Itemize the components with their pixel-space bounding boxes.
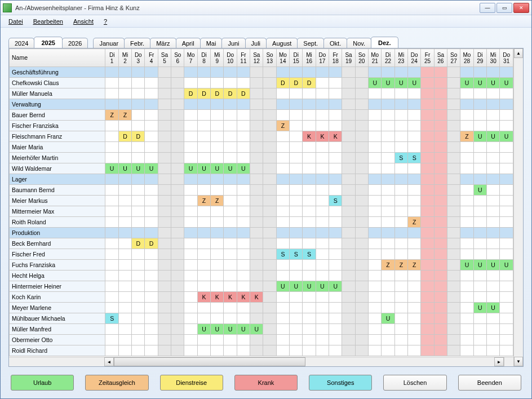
day-cell[interactable] xyxy=(329,153,342,163)
day-cell[interactable] xyxy=(224,185,237,196)
day-cell[interactable] xyxy=(447,345,460,356)
day-cell[interactable] xyxy=(500,335,513,345)
day-header[interactable]: Mo28 xyxy=(460,49,473,67)
day-cell[interactable]: U xyxy=(237,324,250,335)
person-name[interactable]: Obermeier Otto xyxy=(10,335,105,345)
day-cell[interactable] xyxy=(500,88,513,99)
day-cell[interactable] xyxy=(132,217,145,228)
day-cell[interactable] xyxy=(486,335,499,345)
day-cell[interactable] xyxy=(132,121,145,131)
day-header[interactable]: So6 xyxy=(171,49,184,67)
day-cell[interactable] xyxy=(408,238,421,249)
day-cell[interactable] xyxy=(486,217,499,228)
day-cell[interactable] xyxy=(434,185,447,196)
day-cell[interactable] xyxy=(355,345,368,356)
day-cell[interactable] xyxy=(316,163,329,174)
month-tab[interactable]: März xyxy=(150,38,176,48)
day-cell[interactable] xyxy=(486,110,499,121)
day-cell[interactable] xyxy=(224,271,237,281)
day-cell[interactable]: U xyxy=(303,281,316,292)
day-cell[interactable] xyxy=(447,217,460,228)
day-cell[interactable] xyxy=(211,217,224,228)
day-cell[interactable] xyxy=(342,121,355,131)
day-cell[interactable] xyxy=(342,78,355,88)
day-cell[interactable] xyxy=(473,88,486,99)
day-cell[interactable] xyxy=(394,121,407,131)
day-cell[interactable] xyxy=(303,313,316,324)
person-name[interactable]: Müller Manuela xyxy=(10,88,105,99)
day-header[interactable]: Do17 xyxy=(316,49,329,67)
month-tab[interactable]: Juni xyxy=(221,38,245,48)
day-cell[interactable] xyxy=(132,78,145,88)
day-cell[interactable]: K xyxy=(250,292,263,303)
day-cell[interactable] xyxy=(434,196,447,206)
day-cell[interactable] xyxy=(303,196,316,206)
day-cell[interactable] xyxy=(316,249,329,260)
day-cell[interactable] xyxy=(237,260,250,271)
day-cell[interactable] xyxy=(421,131,434,142)
day-cell[interactable] xyxy=(500,196,513,206)
day-cell[interactable] xyxy=(342,238,355,249)
day-cell[interactable] xyxy=(263,303,276,313)
day-cell[interactable] xyxy=(224,217,237,228)
day-cell[interactable] xyxy=(434,142,447,153)
day-cell[interactable] xyxy=(184,78,197,88)
day-cell[interactable] xyxy=(184,217,197,228)
day-cell[interactable] xyxy=(329,238,342,249)
day-cell[interactable]: U xyxy=(408,78,421,88)
day-cell[interactable] xyxy=(369,121,382,131)
day-cell[interactable]: Z xyxy=(460,131,473,142)
day-cell[interactable] xyxy=(211,313,224,324)
day-cell[interactable] xyxy=(421,249,434,260)
day-cell[interactable] xyxy=(486,121,499,131)
day-cell[interactable] xyxy=(369,260,382,271)
day-cell[interactable] xyxy=(434,121,447,131)
day-cell[interactable] xyxy=(105,78,118,88)
day-cell[interactable] xyxy=(276,142,289,153)
person-name[interactable]: Hintermeier Heiner xyxy=(10,281,105,292)
day-cell[interactable]: Z xyxy=(211,196,224,206)
day-cell[interactable] xyxy=(118,153,131,163)
day-cell[interactable] xyxy=(263,78,276,88)
day-cell[interactable] xyxy=(434,313,447,324)
day-cell[interactable] xyxy=(316,345,329,356)
day-cell[interactable] xyxy=(342,313,355,324)
day-cell[interactable] xyxy=(303,217,316,228)
day-cell[interactable] xyxy=(197,238,210,249)
day-cell[interactable] xyxy=(197,260,210,271)
person-name[interactable]: Bauer Bernd xyxy=(10,110,105,121)
day-cell[interactable] xyxy=(316,153,329,163)
day-cell[interactable] xyxy=(105,121,118,131)
day-cell[interactable] xyxy=(460,88,473,99)
day-cell[interactable] xyxy=(329,185,342,196)
day-cell[interactable] xyxy=(158,271,171,281)
day-cell[interactable] xyxy=(145,260,158,271)
day-cell[interactable] xyxy=(145,131,158,142)
day-cell[interactable] xyxy=(118,335,131,345)
day-cell[interactable] xyxy=(145,217,158,228)
day-cell[interactable] xyxy=(434,238,447,249)
day-cell[interactable] xyxy=(421,185,434,196)
day-cell[interactable] xyxy=(197,131,210,142)
day-cell[interactable] xyxy=(145,110,158,121)
day-cell[interactable] xyxy=(158,88,171,99)
day-cell[interactable] xyxy=(224,345,237,356)
day-cell[interactable] xyxy=(355,335,368,345)
day-cell[interactable] xyxy=(158,313,171,324)
day-cell[interactable] xyxy=(290,131,303,142)
day-cell[interactable] xyxy=(197,271,210,281)
day-header[interactable]: Di8 xyxy=(197,49,210,67)
day-cell[interactable] xyxy=(132,185,145,196)
day-cell[interactable] xyxy=(342,271,355,281)
day-cell[interactable] xyxy=(382,110,394,121)
day-cell[interactable] xyxy=(118,121,131,131)
day-cell[interactable]: U xyxy=(394,78,407,88)
day-cell[interactable] xyxy=(408,271,421,281)
day-cell[interactable] xyxy=(369,292,382,303)
day-cell[interactable] xyxy=(184,153,197,163)
person-name[interactable]: Mühlbauer Michaela xyxy=(10,313,105,324)
day-header[interactable]: Di29 xyxy=(473,49,486,67)
menu-help[interactable]: ? xyxy=(100,17,110,26)
day-cell[interactable] xyxy=(145,153,158,163)
day-cell[interactable] xyxy=(250,345,263,356)
